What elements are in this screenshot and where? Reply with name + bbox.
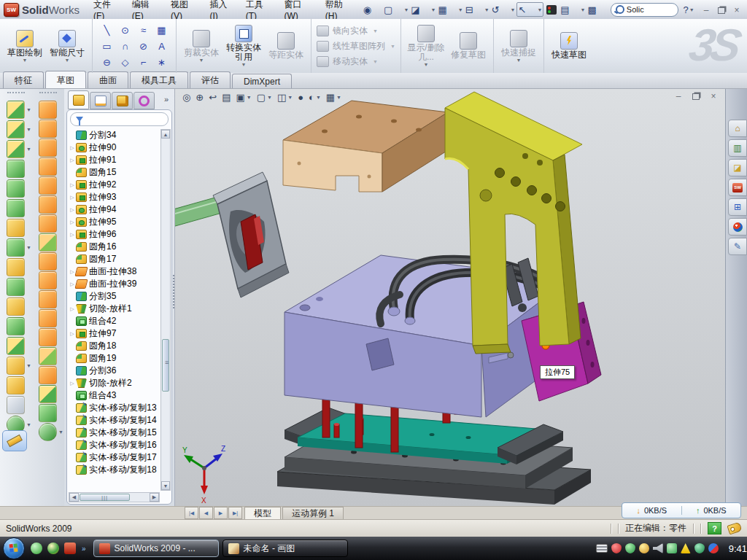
tray-icon[interactable] bbox=[611, 543, 622, 553]
view-tool-icon[interactable]: ▢▼ bbox=[257, 92, 272, 103]
expand-arrow-icon[interactable]: ▷ bbox=[69, 219, 76, 225]
toolbar-icon[interactable]: ◉▼ bbox=[363, 3, 382, 16]
scroll-down-icon[interactable]: ▼ bbox=[161, 481, 170, 490]
task-pane-tab[interactable]: ⌂ bbox=[728, 120, 747, 137]
document-tab[interactable]: 模型 bbox=[244, 507, 281, 519]
quick-launch-overflow[interactable]: » bbox=[82, 545, 86, 553]
view-tool-icon[interactable]: ▦▼ bbox=[326, 92, 341, 103]
surface-tool-icon[interactable]: ▼ bbox=[39, 120, 57, 138]
task-button[interactable]: 未命名 - 画图 bbox=[222, 540, 348, 557]
feature-manager-tab[interactable] bbox=[133, 92, 155, 109]
feature-manager-tab[interactable] bbox=[90, 92, 111, 109]
tree-vertical-scrollbar[interactable]: ▲ ▼ bbox=[160, 129, 171, 491]
surface-tool-icon[interactable]: ▼ bbox=[39, 271, 57, 289]
sketch-entity-icon[interactable]: ▭ bbox=[98, 38, 116, 54]
toolbar-icon[interactable]: ↖▼ bbox=[516, 2, 543, 17]
quick-snaps-button[interactable]: 快速捕捉 ▼ bbox=[499, 30, 538, 63]
tray-icon[interactable] bbox=[639, 543, 649, 553]
tree-item[interactable]: ▷ 圆角19 bbox=[69, 352, 160, 365]
task-pane-tab[interactable]: ◪ bbox=[728, 159, 747, 176]
task-pane-tab[interactable]: ✎ bbox=[728, 238, 747, 255]
expand-arrow-icon[interactable]: ▷ bbox=[69, 207, 76, 213]
tree-item[interactable]: ▷ 圆角18 bbox=[69, 340, 160, 352]
feature-manager-tab[interactable] bbox=[68, 90, 89, 109]
tree-item[interactable]: ▷ 拉伸93 bbox=[69, 191, 160, 203]
feature-tool-icon[interactable]: ▼ bbox=[7, 298, 25, 316]
toolbar-icon[interactable]: ↺▼ bbox=[491, 3, 516, 16]
trim-entities-button[interactable]: 剪裁实体 ▼ bbox=[182, 30, 221, 63]
surface-tool-icon[interactable]: ▼ bbox=[39, 423, 57, 441]
toolbar-icon[interactable]: ▦▼ bbox=[438, 3, 464, 16]
quick-tips-button[interactable]: ? bbox=[708, 522, 721, 534]
expand-arrow-icon[interactable]: ▷ bbox=[69, 331, 76, 337]
task-pane-tab[interactable]: ▥ bbox=[728, 139, 747, 157]
sketch-entity-icon[interactable]: ⊙ bbox=[116, 22, 134, 38]
task-pane-tab[interactable]: SW bbox=[728, 179, 747, 196]
display-delete-relations-button[interactable]: 显示/删除几... ▼ bbox=[406, 25, 446, 67]
tree-item[interactable]: ▷ 切除-放样1 bbox=[69, 303, 160, 315]
surface-tool-icon[interactable]: ▼ bbox=[39, 290, 57, 308]
tree-item[interactable]: ▷ 组合42 bbox=[69, 315, 160, 327]
feature-tool-icon[interactable]: ▼ bbox=[7, 140, 25, 158]
surface-tool-icon[interactable]: ▼ bbox=[39, 385, 57, 403]
tree-item[interactable]: ▷ 拉伸94 bbox=[69, 203, 160, 216]
sketch-entity-icon[interactable]: ⌐ bbox=[134, 54, 152, 70]
ribbon-tab[interactable]: 草图 bbox=[45, 71, 86, 88]
restore-button[interactable] bbox=[717, 5, 726, 14]
tab-nav-button[interactable]: ◀ bbox=[199, 507, 213, 519]
feature-tool-icon[interactable]: ▼ bbox=[7, 238, 25, 257]
pattern-tool-button[interactable]: 线性草图阵列 ▼ bbox=[317, 40, 395, 52]
sketch-entity-icon[interactable]: ▦ bbox=[152, 22, 171, 38]
graphics-viewport[interactable]: Y Z X ◎▼⊕▼↩▼▤▼▣▼▢▼◫▼●▼◐▼▦▼ – × 拉伸75 bbox=[175, 89, 725, 506]
convert-entities-button[interactable]: 转换实体引用 ▼ bbox=[224, 25, 263, 67]
minimize-button[interactable]: – bbox=[702, 5, 711, 14]
sketch-entity-icon[interactable]: ∗ bbox=[152, 54, 171, 70]
surface-tool-icon[interactable]: ▼ bbox=[39, 195, 57, 214]
repair-sketch-button[interactable]: 修复草图 bbox=[449, 32, 488, 60]
ribbon-tab[interactable]: DimXpert bbox=[232, 74, 292, 88]
doc-restore-button[interactable] bbox=[692, 91, 700, 100]
expand-arrow-icon[interactable]: ▷ bbox=[69, 145, 76, 151]
view-tool-icon[interactable]: ●▼ bbox=[298, 92, 303, 103]
tab-nav-button[interactable]: |◀ bbox=[185, 507, 198, 519]
tray-icon[interactable] bbox=[625, 543, 635, 553]
tray-icon[interactable] bbox=[681, 543, 691, 553]
tree-item[interactable]: ▷ 圆角15 bbox=[69, 166, 160, 179]
ribbon-tab[interactable]: 曲面 bbox=[88, 71, 128, 88]
toolbar-icon[interactable]: ◪▼ bbox=[410, 3, 436, 16]
expand-arrow-icon[interactable]: ▷ bbox=[69, 158, 76, 163]
pattern-tool-button[interactable]: 移动实体 ▼ bbox=[317, 55, 395, 68]
quick-launch-icon[interactable] bbox=[31, 542, 42, 554]
feature-tool-icon[interactable]: ▼ bbox=[7, 160, 25, 178]
tray-icon[interactable] bbox=[708, 543, 719, 553]
tree-item[interactable]: ▷ 拉伸92 bbox=[69, 179, 160, 191]
quick-launch-icon[interactable] bbox=[47, 542, 59, 554]
doc-minimize-button[interactable]: – bbox=[674, 91, 683, 100]
tree-item[interactable]: ▷ 分割35 bbox=[69, 290, 160, 303]
tree-item[interactable]: ▷ 拉伸95 bbox=[69, 216, 160, 228]
view-tool-icon[interactable]: ▣▼ bbox=[236, 92, 251, 103]
feature-tool-icon[interactable]: ▼ bbox=[7, 317, 25, 335]
tray-icon[interactable] bbox=[694, 543, 705, 553]
document-tab[interactable]: 运动算例 1 bbox=[282, 507, 344, 519]
tree-item[interactable]: ▷ 分割34 bbox=[69, 129, 160, 141]
surface-tool-icon[interactable]: ▼ bbox=[39, 309, 57, 327]
tree-item[interactable]: ▷ 拉伸90 bbox=[69, 141, 160, 154]
tray-icon[interactable] bbox=[653, 543, 663, 553]
sketch-entity-icon[interactable]: ⊘ bbox=[134, 38, 152, 54]
view-tool-icon[interactable]: ◐▼ bbox=[309, 92, 321, 103]
surface-tool-icon[interactable]: ▼ bbox=[39, 404, 57, 422]
tray-icon[interactable] bbox=[667, 543, 677, 553]
expand-arrow-icon[interactable]: ▷ bbox=[69, 182, 76, 188]
task-button[interactable]: SolidWorks 2009 - ... bbox=[93, 540, 219, 557]
toolbar-icon[interactable]: ▼ bbox=[544, 3, 559, 16]
view-tool-icon[interactable]: ◎▼ bbox=[182, 92, 190, 103]
search-box[interactable]: Solic bbox=[611, 3, 678, 17]
tree-item[interactable]: ▷ 圆角17 bbox=[69, 253, 160, 265]
tree-item[interactable]: ▷ 拉伸91 bbox=[69, 154, 160, 166]
scrollbar-thumb[interactable] bbox=[162, 339, 169, 392]
surface-tool-icon[interactable]: ▼ bbox=[39, 158, 57, 176]
doc-close-button[interactable]: × bbox=[709, 91, 718, 100]
surface-tool-icon[interactable]: ▼ bbox=[39, 214, 57, 233]
quick-launch-icon[interactable] bbox=[64, 542, 76, 554]
